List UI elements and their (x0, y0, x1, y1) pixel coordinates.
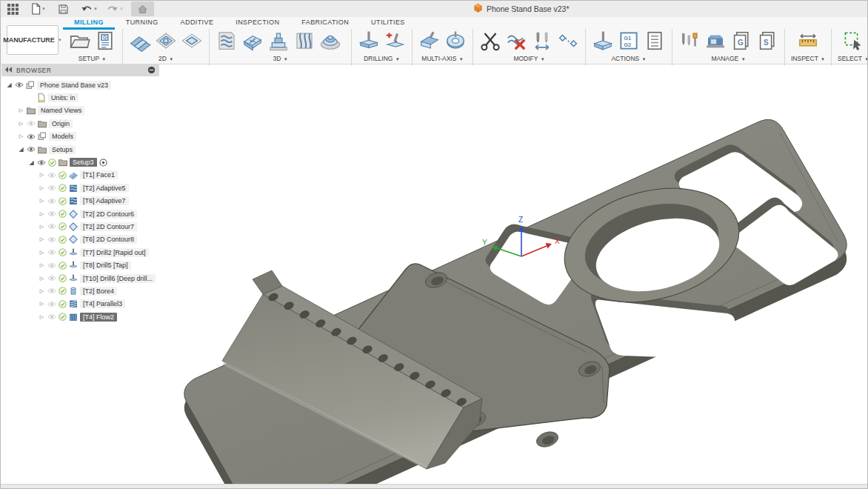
tree-item-label[interactable]: [T2] 2D Contour7 (80, 222, 137, 231)
expand-arrow-icon[interactable]: ▷ (18, 107, 24, 113)
collapse-arrow-icon[interactable]: ◢ (18, 146, 24, 153)
delete-passes-icon[interactable] (505, 30, 527, 52)
tree-item-t2-2d-contour7[interactable]: ▷[T2] 2D Contour7 (1, 220, 159, 233)
valid-check-icon[interactable] (48, 159, 56, 167)
nc-program-icon[interactable]: G (94, 30, 116, 52)
expand-arrow-icon[interactable]: ▷ (39, 301, 45, 307)
expand-arrow-icon[interactable]: ▷ (39, 276, 45, 282)
tree-item-models[interactable]: ▷Models (1, 130, 159, 143)
tree-item-label[interactable]: Models (49, 132, 76, 141)
tree-item-label[interactable]: Origin (49, 119, 73, 128)
expand-arrow-icon[interactable]: ▷ (39, 211, 45, 217)
tree-item-origin[interactable]: ▷Origin (1, 117, 159, 130)
tab-utilities[interactable]: UTILITIES (360, 17, 416, 30)
link-passes-icon[interactable] (557, 30, 579, 52)
valid-check-icon[interactable] (59, 197, 67, 205)
expand-arrow-icon[interactable]: ▷ (39, 224, 45, 230)
measure-icon[interactable] (797, 30, 819, 52)
valid-check-icon[interactable] (59, 171, 67, 179)
tab-additive[interactable]: ADDITIVE (170, 17, 225, 30)
setup-sheet-icon[interactable] (644, 30, 666, 52)
tree-item-label[interactable]: [T7] Drill2 [Rapid out] (80, 248, 149, 257)
workspace-switcher[interactable]: MANUFACTURE▼ (7, 25, 59, 55)
tree-item-t8-drill5-tap[interactable]: ▷[T8] Drill5 [Tap] (1, 259, 159, 271)
visibility-eye-icon[interactable] (27, 146, 36, 153)
tree-item-label[interactable]: Phone Stand Base v23 (37, 81, 111, 90)
expand-arrow-icon[interactable]: ▷ (39, 262, 45, 268)
tree-item-t10-drill6-deep-drill[interactable]: ▷[T10] Drill6 [Deep drill... (1, 272, 159, 285)
visibility-eye-icon[interactable] (47, 210, 56, 217)
toolbar-group-label[interactable]: MULTI-AXIS ▼ (421, 55, 463, 62)
expand-arrow-icon[interactable]: ▷ (39, 236, 45, 242)
valid-check-icon[interactable] (59, 210, 67, 218)
visibility-eye-icon[interactable] (27, 133, 36, 140)
visibility-eye-icon[interactable] (27, 120, 36, 127)
collapse-panel-icon[interactable] (5, 67, 12, 74)
tree-item-t6-2d-contour8[interactable]: ▷[T6] 2D Contour8 (1, 233, 159, 246)
visibility-eye-icon[interactable] (47, 184, 56, 191)
valid-check-icon[interactable] (59, 262, 67, 270)
save-icon[interactable] (55, 1, 72, 16)
valid-check-icon[interactable] (59, 287, 67, 295)
tree-item-named-views[interactable]: ▷Named Views (1, 104, 159, 117)
toolbar-group-label[interactable]: SETUP ▼ (79, 55, 107, 62)
flow-mill-icon[interactable] (293, 30, 316, 52)
visibility-eye-icon[interactable] (47, 249, 56, 256)
rotary-icon[interactable] (444, 30, 467, 52)
select-box-icon[interactable] (842, 30, 864, 52)
template-library-icon[interactable]: S (756, 30, 778, 52)
tree-item-t7-drill2-rapid-out[interactable]: ▷[T7] Drill2 [Rapid out] (1, 246, 159, 259)
expand-arrow-icon[interactable]: ▷ (18, 121, 24, 127)
tree-item-setup3[interactable]: ◢Setup3 (1, 156, 159, 168)
visibility-eye-icon[interactable] (47, 275, 56, 282)
visibility-eye-icon[interactable] (47, 172, 56, 179)
post-library-icon[interactable]: G (730, 30, 752, 52)
generate-toolpath-icon[interactable] (592, 30, 614, 52)
tree-item-label[interactable]: Setups (49, 145, 76, 154)
tree-item-t6-adaptive7[interactable]: ▷[T6] Adaptive7 (1, 195, 159, 207)
expand-arrow-icon[interactable]: ▷ (18, 133, 24, 139)
pocket-2d-icon[interactable] (155, 30, 177, 52)
tree-item-label[interactable]: [T6] 2D Contour8 (80, 235, 137, 244)
visibility-eye-icon[interactable] (47, 287, 56, 294)
visibility-eye-icon[interactable] (37, 159, 46, 166)
visibility-eye-icon[interactable] (15, 82, 24, 88)
toolbar-group-label[interactable]: 3D ▼ (273, 55, 287, 62)
panel-options-icon[interactable] (147, 66, 156, 76)
expand-arrow-icon[interactable]: ▷ (39, 198, 45, 204)
pocket-clearing-icon[interactable] (241, 30, 264, 52)
model-phone-stand-base[interactable] (184, 119, 847, 486)
tree-item-t4-flow2[interactable]: ▷[T4] Flow2 (1, 310, 159, 323)
file-menu-icon[interactable]: ▼ (27, 1, 49, 16)
visibility-eye-icon[interactable] (47, 236, 56, 243)
redo-icon[interactable]: ▼ (104, 1, 127, 16)
tool-library-icon[interactable] (678, 30, 701, 52)
drill-icon[interactable] (358, 30, 380, 52)
tree-item-t1-face1[interactable]: ▷[T1] Face1 (1, 169, 159, 182)
swarf-icon[interactable] (418, 30, 441, 52)
app-grid-icon[interactable] (4, 1, 21, 16)
tree-item-phone-stand-base-v23[interactable]: ◢Phone Stand Base v23 (1, 79, 159, 91)
tree-item-units-in[interactable]: Units: in (1, 91, 159, 104)
undo-icon[interactable]: ▼ (78, 1, 101, 16)
visibility-eye-icon[interactable] (47, 223, 56, 230)
thread-mill-icon[interactable] (384, 30, 406, 52)
visibility-eye-icon[interactable] (47, 313, 56, 320)
tree-item-label[interactable]: [T2] 2D Contour6 (80, 210, 137, 219)
visibility-eye-icon[interactable] (47, 301, 56, 307)
steep-shallow-icon[interactable] (267, 30, 290, 52)
tree-item-label[interactable]: [T6] Adaptive7 (80, 196, 129, 205)
setup-icon[interactable] (68, 30, 90, 52)
tree-item-setups[interactable]: ◢Setups (1, 143, 159, 156)
scallop-icon[interactable] (319, 30, 341, 52)
toolbar-group-label[interactable]: INSPECT ▼ (791, 55, 825, 62)
collapse-arrow-icon[interactable]: ◢ (6, 82, 13, 88)
tab-turning[interactable]: TURNING (115, 17, 170, 30)
post-process-icon[interactable]: G1G2 (618, 30, 640, 52)
valid-check-icon[interactable] (59, 236, 67, 244)
visibility-eye-icon[interactable] (47, 262, 56, 269)
trim-toolpath-icon[interactable] (479, 30, 501, 52)
face-mill-icon[interactable] (129, 30, 151, 52)
adaptive-clearing-icon[interactable] (216, 30, 238, 52)
tree-item-label[interactable]: [T8] Drill5 [Tap] (80, 261, 131, 270)
